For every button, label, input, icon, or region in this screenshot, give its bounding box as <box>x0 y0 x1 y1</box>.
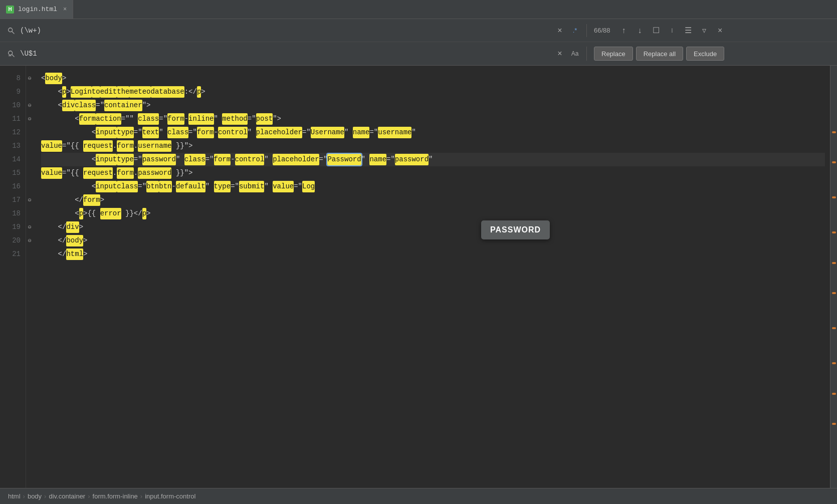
line-number: 14 <box>0 153 21 166</box>
fold-icon <box>26 180 33 193</box>
scrollbar-marker <box>832 161 836 163</box>
find-controls: × .* <box>553 24 581 37</box>
breadcrumb-separator: › <box>88 492 90 500</box>
fold-icon[interactable]: ⊖ <box>26 193 33 207</box>
tab-close-button[interactable]: × <box>63 6 67 13</box>
code-line[interactable]: <div class="container"> <box>41 99 825 112</box>
breadcrumb-item[interactable]: form.form-inline <box>93 492 138 500</box>
code-line[interactable]: <body> <box>41 72 825 85</box>
fold-icon[interactable]: ⊖ <box>26 72 33 85</box>
scrollbar-marker <box>832 362 836 364</box>
fold-gutter: ⊖⊖⊖⊖⊖⊖ <box>26 66 36 488</box>
breadcrumb-item[interactable]: body <box>28 492 42 500</box>
breadcrumb-item[interactable]: html <box>8 492 21 500</box>
tab-label: login.html <box>18 6 57 13</box>
find-right-controls: 66/88 ↑ ↓ ☐ ⁞ ☰ ▿ × <box>586 24 837 37</box>
close-search-button[interactable]: × <box>714 24 727 37</box>
replace-input[interactable] <box>20 50 550 58</box>
fold-icon[interactable]: ⊖ <box>26 234 33 247</box>
breadcrumb-separator: › <box>23 492 25 500</box>
code-line[interactable]: <p>{{ error }}</p> <box>41 207 825 220</box>
line-number: 18 <box>0 207 21 220</box>
fold-icon <box>26 207 33 220</box>
scrollbar-marker <box>832 327 836 329</box>
line-number: 21 <box>0 247 21 261</box>
line-number: 16 <box>0 180 21 193</box>
line-number: 13 <box>0 139 21 153</box>
code-line[interactable]: </html> <box>41 247 825 261</box>
exclude-button[interactable]: Exclude <box>686 47 724 61</box>
code-line[interactable]: </div> <box>41 220 825 234</box>
replace-all-button[interactable]: Replace all <box>636 47 683 61</box>
fold-icon <box>26 247 33 261</box>
scrollbar-marker <box>832 196 836 198</box>
scrollbar-marker <box>832 262 836 264</box>
replace-buttons-area: Replace Replace all Exclude <box>586 47 837 61</box>
next-match-button[interactable]: ↓ <box>634 24 647 37</box>
filter-button[interactable]: ▿ <box>698 24 711 37</box>
prev-match-button[interactable]: ↑ <box>617 24 631 37</box>
code-line[interactable]: <p>Login to edit the meteo database:</p> <box>41 85 825 99</box>
line-number: 10 <box>0 99 21 112</box>
match-count: 66/88 <box>594 27 610 34</box>
tab-login-html[interactable]: H login.html × <box>0 0 73 19</box>
fold-icon[interactable]: ⊖ <box>26 112 33 126</box>
scrollbar-marker <box>832 131 836 133</box>
replace-controls: × Aa <box>553 47 581 60</box>
code-line[interactable]: <input type="text" class="form-control" … <box>41 126 825 139</box>
replace-row: × Aa Replace Replace all Exclude <box>0 42 837 65</box>
find-icon <box>5 25 17 37</box>
scrollbar-marker <box>832 292 836 294</box>
replace-icon <box>5 48 17 60</box>
code-line[interactable]: <form action="" class="form-inline" meth… <box>41 112 825 126</box>
line-number: 9 <box>0 85 21 99</box>
breadcrumb-item[interactable]: input.form-control <box>145 492 195 500</box>
fold-icon <box>26 166 33 180</box>
right-scrollbar[interactable] <box>830 66 837 488</box>
code-editor[interactable]: <body> <p>Login to edit the meteo databa… <box>36 66 830 488</box>
status-bar: html › body › div.container › form.form-… <box>0 488 837 504</box>
multiline-button[interactable]: ⁞ <box>666 24 679 37</box>
breadcrumb-item[interactable]: div.container <box>49 492 85 500</box>
fold-icon <box>26 153 33 166</box>
breadcrumb-separator: › <box>140 492 142 500</box>
find-input[interactable] <box>20 27 550 35</box>
scrollbar-marker <box>832 393 836 395</box>
svg-line-1 <box>12 31 14 33</box>
show-context-button[interactable]: ☐ <box>650 24 663 37</box>
close-find-button[interactable]: × <box>553 24 566 37</box>
search-replace-panel: × .* 66/88 ↑ ↓ ☐ ⁞ ☰ ▿ × <box>0 19 837 66</box>
line-number: 8 <box>0 72 21 85</box>
find-left: × .* <box>0 24 586 37</box>
replace-button[interactable]: Replace <box>594 47 633 61</box>
code-line[interactable]: <input type="password" class="form-contr… <box>41 153 825 166</box>
line-number: 15 <box>0 166 21 180</box>
file-type-icon: H <box>6 6 14 14</box>
breadcrumb-separator: › <box>44 492 46 500</box>
line-number: 19 <box>0 220 21 234</box>
code-line[interactable]: <input class="btn btn-default" type="sub… <box>41 180 825 193</box>
fold-icon <box>26 85 33 99</box>
fold-icon[interactable]: ⊖ <box>26 99 33 112</box>
line-numbers: 89101112131415161718192021 <box>0 66 26 488</box>
line-number: 17 <box>0 193 21 207</box>
tab-bar: H login.html × <box>0 0 837 19</box>
find-row: × .* 66/88 ↑ ↓ ☐ ⁞ ☰ ▿ × <box>0 19 837 42</box>
replace-left: × Aa <box>0 47 586 60</box>
scrollbar-marker <box>832 231 836 233</box>
scrollbar-marker <box>832 423 836 425</box>
code-line[interactable]: </body> <box>41 234 825 247</box>
preserve-case-button[interactable]: Aa <box>568 47 581 60</box>
fold-icon <box>26 126 33 139</box>
regex-toggle-button[interactable]: .* <box>568 24 581 37</box>
close-replace-button[interactable]: × <box>553 47 566 60</box>
code-line[interactable]: value="{{ request.form.username }}"> <box>41 139 825 153</box>
fold-icon <box>26 139 33 153</box>
code-line[interactable]: value="{{ request.form.password }}"> <box>41 166 825 180</box>
svg-line-3 <box>12 55 14 57</box>
sort-button[interactable]: ☰ <box>682 24 695 37</box>
code-line[interactable]: </form> <box>41 193 825 207</box>
line-number: 20 <box>0 234 21 247</box>
fold-icon[interactable]: ⊖ <box>26 220 33 234</box>
editor-area: 89101112131415161718192021 ⊖⊖⊖⊖⊖⊖ <body>… <box>0 66 837 488</box>
